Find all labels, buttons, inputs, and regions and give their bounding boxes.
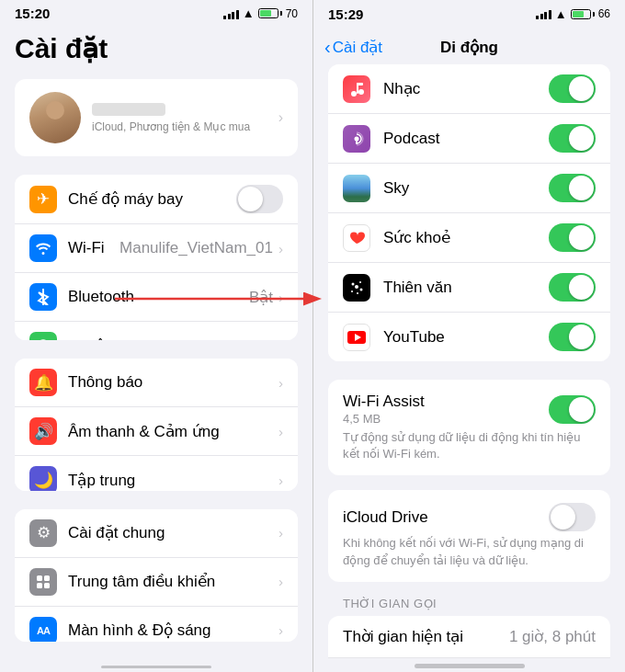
control-center-icon [29,568,57,596]
back-chevron-icon: ‹ [324,38,331,56]
wifi-settings-icon [29,234,57,262]
right-content: Nhạc Podcast [313,64,625,658]
control-center-row[interactable]: Trung tâm điều khiển › [15,558,298,607]
health-row[interactable]: Sức khoẻ [328,213,610,263]
right-wifi-icon: ▲ [555,7,567,21]
bluetooth-chevron: › [278,290,283,305]
profile-info: iCloud, Phương tiện & Mục mua [92,103,250,133]
bluetooth-row[interactable]: Bluetooth Bật › [15,273,298,322]
svg-point-25 [360,288,363,290]
podcast-icon [343,125,370,153]
svg-point-23 [359,281,361,283]
icloud-toggle[interactable] [549,503,596,531]
svg-rect-8 [44,583,50,588]
focus-icon: 🌙 [29,466,57,491]
profile-sub: iCloud, Phương tiện & Mục mua [92,120,250,133]
display-icon: AA [29,617,57,642]
stars-toggle[interactable] [549,273,596,302]
current-time-row: Thời gian hiện tại 1 giờ, 8 phút [328,616,610,658]
right-status-icons: ▲ 66 [536,7,610,21]
youtube-toggle[interactable] [549,323,596,351]
podcast-row[interactable]: Podcast [328,114,610,164]
control-center-label: Trung tâm điều khiển [68,572,278,591]
display-label: Màn hình & Độ sáng [68,621,278,640]
podcast-label: Podcast [383,130,549,148]
general-label: Cài đặt chung [68,523,278,542]
svg-rect-5 [37,575,42,581]
mobile-icon [29,332,57,340]
focus-row[interactable]: 🌙 Tập trung › [15,456,298,491]
health-label: Sức khoẻ [383,228,549,247]
page-nav-title: Di động [440,38,498,57]
sky-toggle[interactable] [549,174,596,202]
airplane-icon: ✈ [29,186,57,213]
left-status-bar: 15:20 ▲ 70 [0,0,312,25]
right-battery-icon [571,9,595,19]
notifications-row[interactable]: 🔔 Thông báo › [15,359,298,407]
music-row[interactable]: Nhạc [328,64,610,114]
settings-group-network: ✈ Chế độ máy bay Wi-Fi Manulife_VietNam_… [15,175,298,340]
wifi-assist-toggle[interactable] [549,395,596,424]
sky-label: Sky [383,179,549,198]
profile-chevron: › [278,109,283,126]
svg-point-27 [357,292,358,294]
wifi-assist-title: Wi-Fi Assist [343,393,425,411]
settings-group-notifications: 🔔 Thông báo › 🔊 Âm thanh & Cảm ứng › 🌙 T… [15,359,298,491]
sky-icon [343,175,370,202]
bluetooth-label: Bluetooth [68,288,249,306]
bluetooth-icon [29,283,57,311]
bluetooth-value: Bật [249,288,273,307]
settings-group-general: ⚙ Cài đặt chung › Trung tâm điều khiển › [15,509,298,642]
profile-card[interactable]: iCloud, Phương tiện & Mục mua › [15,79,298,156]
svg-rect-21 [356,141,358,144]
mobile-data-row[interactable]: Di động › [15,322,298,340]
airplane-label: Chế độ máy bay [68,189,236,209]
general-row[interactable]: ⚙ Cài đặt chung › [15,509,298,558]
right-signal-icon [536,8,551,19]
svg-point-26 [351,290,353,292]
svg-rect-6 [44,575,50,581]
control-center-chevron: › [278,574,283,589]
stars-row[interactable]: Thiên văn [328,263,610,313]
wifi-row[interactable]: Wi-Fi Manulife_VietNam_01 › [15,224,298,273]
right-panel: 15:29 ▲ 66 ‹ [312,0,625,672]
general-icon: ⚙ [29,519,57,547]
right-time: 15:29 [328,6,363,22]
sounds-icon: 🔊 [29,417,57,445]
svg-rect-18 [357,83,363,85]
wifi-chevron: › [278,241,283,256]
svg-point-22 [352,282,355,285]
left-header: Cài đặt [0,25,312,79]
time-group: Thời gian hiện tại 1 giờ, 8 phút Thời lư… [328,616,610,658]
focus-label: Tập trung [68,471,278,490]
back-button[interactable]: ‹ Cài đặt [324,38,382,57]
right-nav: ‹ Cài đặt Di động [313,26,625,64]
battery-level: 70 [286,7,298,20]
icloud-description: Khi không kết nối với Wi-Fi, sử dụng mạn… [343,535,596,568]
mobile-chevron: › [278,338,283,341]
music-toggle[interactable] [549,74,596,103]
battery-icon [258,8,282,18]
wifi-assist-size: 4,5 MB [343,412,425,426]
signal-icon [223,8,239,19]
mobile-label: Di động [68,336,278,341]
youtube-row[interactable]: YouTube [328,313,610,361]
podcast-toggle[interactable] [549,124,596,153]
right-battery-level: 66 [598,7,610,20]
sky-row[interactable]: Sky [328,164,610,213]
health-icon [343,224,370,252]
display-chevron: › [278,622,283,638]
home-indicator-left [101,666,211,668]
sounds-chevron: › [278,424,283,439]
back-label: Cài đặt [333,38,382,57]
display-row[interactable]: AA Màn hình & Độ sáng › [15,607,298,642]
sounds-row[interactable]: 🔊 Âm thanh & Cảm ứng › [15,407,298,456]
wifi-value: Manulife_VietNam_01 [119,239,273,257]
airplane-mode-row[interactable]: ✈ Chế độ máy bay [15,175,298,224]
music-label: Nhạc [383,79,549,98]
left-time: 15:20 [15,6,50,21]
focus-chevron: › [278,473,283,488]
health-toggle[interactable] [549,223,596,252]
airplane-toggle[interactable] [236,185,283,213]
svg-rect-7 [37,583,42,588]
